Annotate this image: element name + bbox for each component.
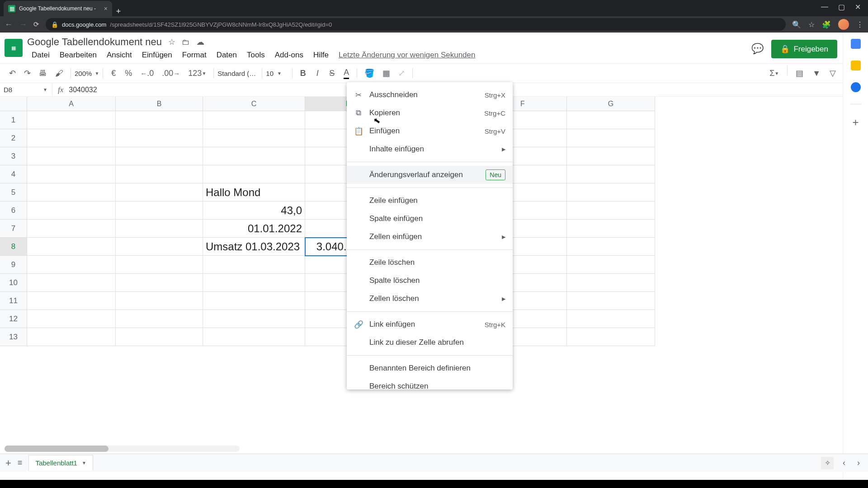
cell-G6[interactable] xyxy=(567,202,655,220)
ctx-zeile-l-schen[interactable]: •Zeile löschen xyxy=(347,253,513,272)
back-button[interactable]: ← xyxy=(5,20,13,29)
cell-G8[interactable] xyxy=(567,238,655,256)
kebab-menu-icon[interactable]: ⋮ xyxy=(856,20,863,29)
menu-datei[interactable]: Datei xyxy=(27,50,54,61)
menu-tools[interactable]: Tools xyxy=(242,50,269,61)
select-all-corner[interactable] xyxy=(0,97,27,111)
menu-bearbeiten[interactable]: Bearbeiten xyxy=(55,50,101,61)
cell-C9[interactable] xyxy=(203,256,305,274)
strike-button[interactable]: S xyxy=(325,66,339,81)
star-icon[interactable]: ☆ xyxy=(168,37,175,47)
row-header-4[interactable]: 4 xyxy=(0,165,27,183)
cell-G13[interactable] xyxy=(567,328,655,346)
cell-C8[interactable]: Umsatz 01.03.2023 xyxy=(203,238,305,256)
cell-G4[interactable] xyxy=(567,165,655,183)
menu-daten[interactable]: Daten xyxy=(212,50,241,61)
sheet-nav-left[interactable]: ‹ xyxy=(840,458,848,468)
cell-B9[interactable] xyxy=(116,256,203,274)
reload-button[interactable]: ⟳ xyxy=(33,20,39,28)
cell-B10[interactable] xyxy=(116,274,203,292)
ctx-ausschneiden[interactable]: ✂AusschneidenStrg+X xyxy=(347,86,513,104)
sheet-nav-right[interactable]: › xyxy=(854,458,863,468)
cell-B7[interactable] xyxy=(116,220,203,238)
menu-ansicht[interactable]: Ansicht xyxy=(102,50,137,61)
number-format-button[interactable]: 123▼ xyxy=(184,66,210,81)
ctx-zeile-einf-gen[interactable]: •Zeile einfügen xyxy=(347,192,513,210)
menu-hilfe[interactable]: Hilfe xyxy=(309,50,333,61)
cell-C4[interactable] xyxy=(203,165,305,183)
fill-color-button[interactable]: 🪣 xyxy=(361,66,378,81)
ctx-link-einf-gen[interactable]: 🔗Link einfügenStrg+K xyxy=(347,315,513,333)
browser-tab[interactable]: ▦ Google Tabellendokument neu - × xyxy=(4,1,112,16)
share-button[interactable]: 🔒 Freigeben xyxy=(771,40,837,58)
tasks-icon[interactable] xyxy=(851,82,861,92)
row-header-11[interactable]: 11 xyxy=(0,292,27,310)
column-header-G[interactable]: G xyxy=(567,97,655,111)
print-button[interactable]: 🖶 xyxy=(35,66,51,81)
column-header-C[interactable]: C xyxy=(203,97,305,111)
cell-B13[interactable] xyxy=(116,328,203,346)
extensions-icon[interactable]: 🧩 xyxy=(822,20,831,29)
sheet-tab[interactable]: Tabellenblatt1▼ xyxy=(28,455,93,470)
cell-G2[interactable] xyxy=(567,129,655,147)
row-header-1[interactable]: 1 xyxy=(0,111,27,129)
explore-button[interactable]: ✧ xyxy=(821,457,834,469)
minimize-icon[interactable]: — xyxy=(821,3,828,11)
ctx-benannten-bereich-definieren[interactable]: •Benannten Bereich definieren xyxy=(347,359,513,377)
cell-A13[interactable] xyxy=(27,328,116,346)
menu-addons[interactable]: Add-ons xyxy=(270,50,308,61)
row-header-7[interactable]: 7 xyxy=(0,220,27,238)
italic-button[interactable]: I xyxy=(311,66,324,81)
ctx-zellen-l-schen[interactable]: •Zellen löschen▶ xyxy=(347,290,513,308)
close-window-icon[interactable]: ✕ xyxy=(855,3,861,11)
move-icon[interactable]: 🗀 xyxy=(182,38,190,47)
cell-C2[interactable] xyxy=(203,129,305,147)
ctx-zellen-einf-gen[interactable]: •Zellen einfügen▶ xyxy=(347,228,513,246)
cell-A4[interactable] xyxy=(27,165,116,183)
add-sheet-button[interactable]: + xyxy=(5,457,11,469)
name-box[interactable]: D8▼ xyxy=(0,83,52,96)
close-tab-icon[interactable]: × xyxy=(104,5,108,12)
calendar-icon[interactable] xyxy=(851,39,861,49)
cell-C1[interactable] xyxy=(203,111,305,129)
row-header-6[interactable]: 6 xyxy=(0,202,27,220)
cell-B3[interactable] xyxy=(116,147,203,165)
borders-button[interactable]: ▦ xyxy=(379,66,394,81)
cell-A10[interactable] xyxy=(27,274,116,292)
row-header-10[interactable]: 10 xyxy=(0,274,27,292)
cell-C6[interactable]: 43,0 xyxy=(203,202,305,220)
cell-B5[interactable] xyxy=(116,183,203,202)
row-header-2[interactable]: 2 xyxy=(0,129,27,147)
sheets-logo-icon[interactable]: ▦ xyxy=(5,39,23,57)
cell-C5[interactable]: Hallo Mond xyxy=(203,183,305,202)
cell-C13[interactable] xyxy=(203,328,305,346)
cell-B2[interactable] xyxy=(116,129,203,147)
cell-G9[interactable] xyxy=(567,256,655,274)
profile-avatar-icon[interactable] xyxy=(838,19,849,30)
cell-A5[interactable] xyxy=(27,183,116,202)
formula-input[interactable]: 3040032 xyxy=(69,86,97,94)
keep-icon[interactable] xyxy=(851,61,861,70)
cell-A2[interactable] xyxy=(27,129,116,147)
cell-G7[interactable] xyxy=(567,220,655,238)
ctx-änderungsverlauf-anzeigen[interactable]: •Änderungsverlauf anzeigenNeu xyxy=(347,166,513,184)
merge-button[interactable]: ⤢ xyxy=(395,66,409,81)
cell-C7[interactable]: 01.01.2022 xyxy=(203,220,305,238)
cell-G3[interactable] xyxy=(567,147,655,165)
cell-G5[interactable] xyxy=(567,183,655,202)
cell-B12[interactable] xyxy=(116,310,203,328)
menu-format[interactable]: Format xyxy=(178,50,211,61)
row-header-5[interactable]: 5 xyxy=(0,183,27,202)
cell-B6[interactable] xyxy=(116,202,203,220)
column-header-B[interactable]: B xyxy=(116,97,203,111)
ctx-kopieren[interactable]: ⧉KopierenStrg+C xyxy=(347,104,513,122)
cell-C12[interactable] xyxy=(203,310,305,328)
percent-button[interactable]: % xyxy=(121,66,136,81)
cell-B11[interactable] xyxy=(116,292,203,310)
font-size-select[interactable]: 10▼ xyxy=(266,70,288,77)
cell-A7[interactable] xyxy=(27,220,116,238)
ctx-link-zu-dieser-zelle-abrufen[interactable]: •Link zu dieser Zelle abrufen xyxy=(347,333,513,352)
ctx-einf-gen[interactable]: 📋EinfügenStrg+V xyxy=(347,122,513,140)
ctx-inhalte-einf-gen[interactable]: •Inhalte einfügen▶ xyxy=(347,140,513,158)
row-header-8[interactable]: 8 xyxy=(0,238,27,256)
